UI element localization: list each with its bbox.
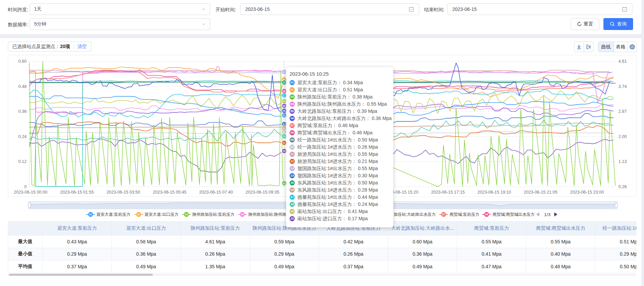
svg-text:02: 02 — [137, 213, 141, 216]
svg-text:04: 04 — [241, 213, 244, 216]
svg-text:07: 07 — [442, 213, 445, 216]
svg-text:01: 01 — [89, 213, 92, 216]
svg-text:03: 03 — [185, 213, 188, 216]
svg-text:08: 08 — [485, 213, 488, 216]
